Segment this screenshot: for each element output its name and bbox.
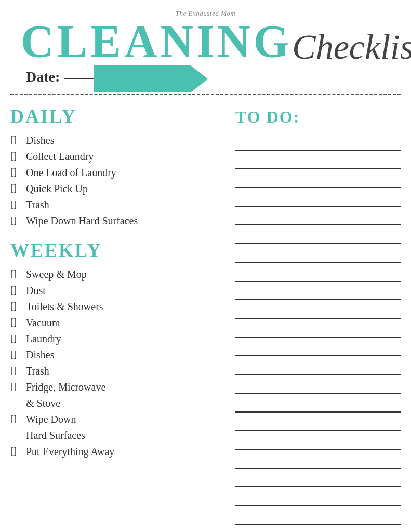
weekly-item-3: Toilets & Showers — [26, 299, 103, 315]
teal-banner — [94, 65, 208, 92]
list-item: [] Put Everything Away — [10, 444, 220, 460]
main-content: Daily [] Dishes [] Collect Laundry [] On… — [0, 102, 411, 532]
checkbox-icon: [] — [10, 315, 25, 330]
checkbox-icon: [] — [10, 348, 25, 362]
daily-item-4: Quick Pick Up — [26, 181, 88, 197]
weekly-checklist: [] Sweep & Mop [] Dust [] Toilets & Show… — [10, 267, 220, 460]
checkbox-icon: [] — [10, 149, 25, 164]
weekly-heading: Weekly — [10, 240, 220, 261]
todo-heading: To Do: — [235, 108, 401, 127]
weekly-item-1: Sweep & Mop — [26, 267, 87, 283]
checkbox-icon: [] — [10, 197, 25, 212]
right-column: To Do: — [225, 102, 401, 532]
daily-heading: Daily — [10, 105, 220, 127]
daily-checklist: [] Dishes [] Collect Laundry [] One Load… — [10, 132, 220, 229]
checkbox-icon: [] — [10, 380, 25, 394]
todo-line[interactable] — [235, 263, 401, 282]
list-item: [] Trash — [10, 197, 220, 213]
todo-line[interactable] — [235, 207, 401, 225]
todo-line[interactable] — [235, 225, 401, 244]
todo-line[interactable] — [235, 506, 401, 525]
weekly-item-7: Trash — [26, 363, 49, 379]
checkbox-icon: [] — [10, 412, 25, 427]
list-item: [] Wipe Down Hard Surfaces — [10, 213, 220, 229]
checkbox-icon: [] — [10, 331, 25, 346]
todo-line[interactable] — [235, 319, 401, 338]
weekly-item-8: Fridge, Microwave& Stove — [26, 379, 105, 411]
daily-item-1: Dishes — [26, 132, 54, 149]
list-item: [] Sweep & Mop — [10, 267, 220, 283]
todo-line[interactable] — [235, 413, 401, 431]
checkbox-icon: [] — [10, 364, 25, 378]
page: The Exhausted Mom Cleaning Checklist Dat… — [0, 0, 411, 532]
todo-line[interactable] — [235, 487, 401, 506]
divider — [10, 94, 401, 95]
todo-line[interactable] — [235, 375, 401, 394]
todo-line[interactable] — [235, 356, 401, 375]
todo-line[interactable] — [235, 244, 401, 263]
list-item: [] Toilets & Showers — [10, 299, 220, 315]
todo-line[interactable] — [235, 525, 401, 532]
left-column: Daily [] Dishes [] Collect Laundry [] On… — [10, 102, 225, 532]
cleaning-title: Cleaning — [16, 19, 292, 64]
checkbox-icon: [] — [10, 181, 25, 196]
daily-item-3: One Load of Laundry — [26, 165, 116, 181]
daily-item-2: Collect Laundry — [26, 149, 94, 165]
list-item: [] Collect Laundry — [10, 149, 220, 165]
weekly-item-10: Put Everything Away — [26, 444, 114, 460]
weekly-item-5: Laundry — [26, 331, 61, 347]
list-item: [] Dishes — [10, 132, 220, 149]
todo-lines — [235, 132, 401, 532]
date-row: Date: — [26, 69, 395, 85]
daily-item-6: Wipe Down Hard Surfaces — [26, 213, 138, 229]
list-item: [] Vacuum — [10, 315, 220, 331]
todo-line[interactable] — [235, 450, 401, 469]
checkbox-icon: [] — [10, 165, 25, 180]
checkbox-icon: [] — [10, 444, 25, 459]
checkbox-icon: [] — [10, 283, 25, 298]
weekly-item-6: Dishes — [26, 347, 54, 363]
checkbox-icon: [] — [10, 214, 25, 228]
todo-line[interactable] — [235, 151, 401, 169]
checkbox-icon: [] — [10, 133, 25, 148]
title-row: Cleaning Checklist — [16, 19, 395, 64]
list-item: [] One Load of Laundry — [10, 165, 220, 181]
todo-line[interactable] — [235, 394, 401, 413]
checkbox-icon: [] — [10, 299, 25, 314]
weekly-item-2: Dust — [26, 283, 46, 299]
list-item: [] Wipe DownHard Surfaces — [10, 411, 220, 444]
list-item: [] Laundry — [10, 331, 220, 347]
weekly-item-9: Wipe DownHard Surfaces — [26, 411, 85, 444]
list-item: [] Dust — [10, 283, 220, 299]
todo-line[interactable] — [235, 338, 401, 356]
todo-line[interactable] — [235, 469, 401, 487]
weekly-section: Weekly [] Sweep & Mop [] Dust [] Toilets… — [10, 240, 220, 460]
todo-line[interactable] — [235, 169, 401, 188]
list-item: [] Dishes — [10, 347, 220, 363]
daily-item-5: Trash — [26, 197, 49, 213]
list-item: [] Quick Pick Up — [10, 181, 220, 197]
date-label: Date: — [26, 69, 60, 85]
weekly-item-4: Vacuum — [26, 315, 60, 331]
header: The Exhausted Mom Cleaning Checklist Dat… — [0, 0, 411, 85]
list-item: [] Trash — [10, 363, 220, 379]
todo-line[interactable] — [235, 282, 401, 300]
checklist-title: Checklist — [292, 29, 411, 64]
checkbox-icon: [] — [10, 267, 25, 282]
todo-line[interactable] — [235, 300, 401, 319]
todo-line[interactable] — [235, 132, 401, 151]
todo-line[interactable] — [235, 188, 401, 207]
todo-line[interactable] — [235, 431, 401, 450]
list-item: [] Fridge, Microwave& Stove — [10, 379, 220, 411]
